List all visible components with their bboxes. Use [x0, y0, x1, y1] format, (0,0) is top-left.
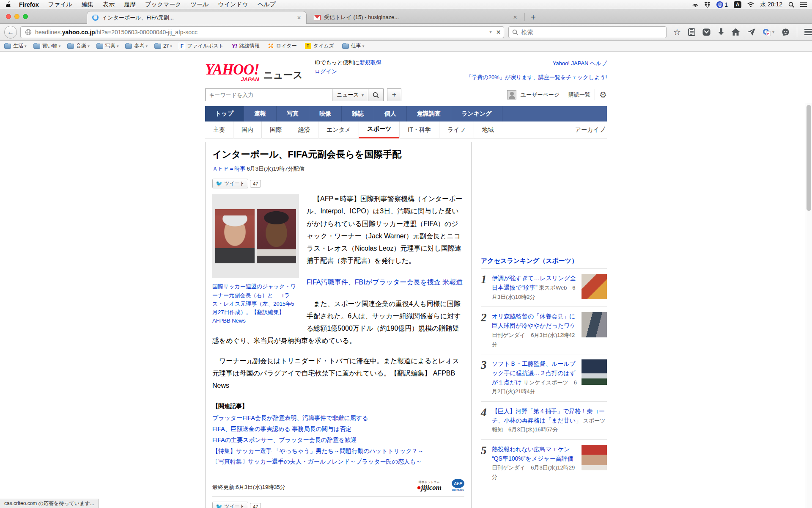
bookmark-folder-shopping[interactable]: 買い物▾	[33, 42, 61, 50]
bookmark-folder-music[interactable]: 音楽▾	[67, 42, 90, 50]
ranking-thumbnail[interactable]	[582, 445, 607, 470]
keyword-search-input[interactable]	[205, 88, 332, 101]
cat-it-science[interactable]: IT・科学	[399, 121, 439, 138]
yahoo-logo[interactable]: YAHOO! JAPAN ニュース	[205, 58, 303, 83]
login-link[interactable]: ログイン	[315, 68, 337, 75]
stop-loading-button[interactable]: ✕	[496, 29, 501, 36]
menu-window[interactable]: ウインドウ	[218, 1, 248, 8]
promo-link[interactable]: 「学費の20%」が戻ります、講座一覧をチェックしよう!	[466, 74, 607, 80]
tab-gmail[interactable]: 受信トレイ (15) - husiginaze... ✕	[309, 11, 522, 24]
menu-bookmarks[interactable]: ブックマーク	[145, 1, 181, 8]
photo-caption-link[interactable]: 国際サッカー連盟のジャック・ワーナー元副会長（右）とニコラス・レオス元理事（左、…	[212, 282, 299, 325]
bookmark-folder-work[interactable]: 仕事▾	[342, 42, 365, 50]
search-category-select[interactable]: ニュース▾	[332, 88, 368, 101]
zoom-window-button[interactable]	[23, 14, 28, 19]
related-link[interactable]: ブラッターFIFA会長が辞意表明、汚職事件で非難に屈する	[212, 414, 368, 421]
menu-edit[interactable]: 編集	[82, 1, 93, 8]
notification-center-icon[interactable]	[800, 2, 807, 7]
reading-list-icon[interactable]	[688, 28, 695, 36]
tab-close-icon[interactable]: ✕	[297, 15, 301, 21]
subscriptions-link[interactable]: 購読一覧	[568, 91, 590, 99]
creative-cloud-icon[interactable]: @1	[716, 1, 728, 8]
pocket-icon[interactable]	[702, 28, 710, 36]
page-scrollbar[interactable]	[806, 103, 812, 508]
add-search-button[interactable]: +	[387, 88, 401, 101]
nav-video[interactable]: 映像	[309, 106, 342, 121]
tab-article[interactable]: インターポール、FIFA元副... ✕	[87, 11, 307, 24]
search-input[interactable]	[521, 29, 663, 36]
nav-personal[interactable]: 個人	[374, 106, 407, 121]
yahoo-japan-link[interactable]: Yahoo! JAPAN	[553, 60, 589, 66]
cat-life[interactable]: ライフ	[439, 121, 474, 138]
input-source-icon[interactable]: A	[734, 1, 741, 8]
cat-world[interactable]: 国際	[261, 121, 290, 138]
tweet-button[interactable]: 🐦ツイート	[212, 179, 248, 188]
tweet-button-bottom[interactable]: 🐦ツイート	[212, 502, 248, 508]
apple-icon[interactable]	[6, 1, 11, 8]
gear-icon[interactable]: ⚙	[599, 90, 607, 100]
related-link[interactable]: FIFA、巨額送金の事実認める 事務局長の関与は否定	[212, 425, 351, 432]
ranking-thumbnail[interactable]	[582, 274, 607, 299]
tweet-count-bottom[interactable]: 47	[250, 503, 261, 508]
site-identity-globe-icon[interactable]	[25, 29, 32, 36]
tab-close-icon[interactable]: ✕	[513, 14, 517, 20]
related-link[interactable]: 〔写真特集〕サッカー選手の夫人・ガールフレンド～ブラッター氏の恋人も～	[212, 458, 422, 465]
nav-top[interactable]: トップ	[205, 106, 244, 121]
cat-entertainment[interactable]: エンタメ	[318, 121, 359, 138]
related-link[interactable]: 【特集】サッカー選手 「やっちゃう」男たち～問題行動のハットトリック？～	[212, 447, 424, 454]
menu-firefox[interactable]: Firefox	[19, 1, 39, 8]
nav-magazine[interactable]: 雑誌	[342, 106, 374, 121]
source-link[interactable]: ＡＦＰ＝時事	[212, 166, 245, 172]
menu-view[interactable]: 表示	[103, 1, 115, 8]
bluetooth-icon[interactable]	[692, 2, 698, 7]
bookmark-reuters[interactable]: ロイター	[268, 42, 298, 50]
cat-main[interactable]: 主要	[205, 121, 233, 138]
archive-link[interactable]: アーカイブ	[575, 126, 607, 134]
menu-history[interactable]: 履歴	[124, 1, 136, 8]
article-photo[interactable]	[212, 194, 299, 278]
tweet-count[interactable]: 47	[250, 180, 261, 188]
menu-hamburger-icon[interactable]	[804, 29, 812, 35]
menu-file[interactable]: ファイル	[48, 1, 72, 8]
bookmark-filepost[interactable]: Fファイルポスト	[179, 42, 225, 50]
back-button[interactable]: ←	[4, 26, 17, 39]
close-window-button[interactable]	[6, 14, 11, 19]
bookmark-folder-life[interactable]: 生活▾	[4, 42, 27, 50]
chat-icon[interactable]	[782, 28, 790, 36]
downloads-icon[interactable]	[718, 28, 724, 36]
afp-logo[interactable]: AFP BB NEWS	[452, 479, 464, 491]
new-tab-button[interactable]: +	[531, 13, 536, 22]
ranking-thumbnail[interactable]	[582, 359, 607, 385]
bookmark-star-icon[interactable]: ☆	[673, 27, 681, 37]
dropbox-icon[interactable]	[704, 2, 710, 8]
register-link[interactable]: 新規取得	[359, 59, 381, 66]
user-page-link[interactable]: ユーザーページ	[521, 91, 560, 99]
url-dropdown-icon[interactable]: ▾	[489, 29, 492, 35]
nav-poll[interactable]: 意識調査	[407, 106, 451, 121]
home-icon[interactable]	[732, 28, 740, 36]
cat-economy[interactable]: 経済	[290, 121, 318, 138]
news-search-button[interactable]	[368, 88, 384, 101]
cat-domestic[interactable]: 国内	[233, 121, 261, 138]
minimize-window-button[interactable]	[14, 14, 19, 19]
scrollbar-thumb[interactable]	[807, 105, 811, 211]
ranking-link[interactable]: 熱投報われない広島マエケン “QS率100%”をメジャー高評価	[492, 446, 573, 462]
menu-clock[interactable]: 水 20:12	[760, 1, 782, 8]
pdf-converter-icon[interactable]: P ▾	[763, 28, 774, 36]
bookmark-transit[interactable]: Y!路線情報	[232, 42, 261, 50]
nav-ranking[interactable]: ランキング	[451, 106, 502, 121]
spotlight-icon[interactable]	[788, 2, 794, 8]
jiji-logo[interactable]: 時事ドットコム ●jijicom	[417, 478, 442, 491]
nav-photo[interactable]: 写真	[277, 106, 309, 121]
ranking-link[interactable]: オリ森脇監督の「休養会見」に巨人球団が冷ややかだったワケ	[492, 313, 576, 329]
ranking-thumbnail[interactable]	[582, 312, 607, 337]
related-link[interactable]: FIFAの主要スポンサー、ブラッター会長の辞意を歓迎	[212, 436, 357, 443]
bookmark-times[interactable]: Tタイムズ	[305, 42, 335, 50]
menu-tools[interactable]: ツール	[191, 1, 209, 8]
cat-sports[interactable]: スポーツ	[359, 121, 399, 138]
wifi-icon[interactable]	[747, 2, 754, 7]
cat-local[interactable]: 地域	[474, 121, 502, 138]
url-text[interactable]: headlines.yahoo.co.jp/hl?a=20150603-0000…	[35, 29, 489, 36]
nav-flash[interactable]: 速報	[244, 106, 277, 121]
chevron-down-icon[interactable]: ▾	[772, 30, 774, 34]
